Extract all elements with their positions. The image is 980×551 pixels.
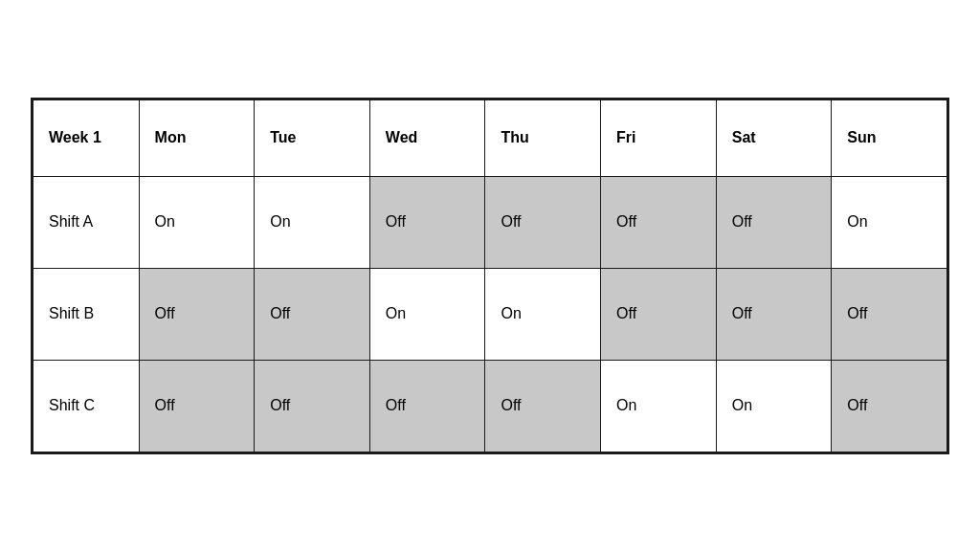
cell-row1-col6: Off: [832, 268, 947, 360]
day-mon-label: Mon: [155, 129, 187, 145]
shift-label-1: Shift B: [33, 268, 140, 360]
cell-row1-col3: On: [485, 268, 601, 360]
cell-row2-col5: On: [716, 360, 832, 452]
schedule-table: Week 1 Mon Tue Wed Thu Fri Sat: [31, 98, 949, 454]
cell-row0-col4: Off: [601, 176, 717, 268]
cell-row1-col5: Off: [716, 268, 832, 360]
cell-row1-col4: Off: [601, 268, 717, 360]
shift-label-2: Shift C: [33, 360, 140, 452]
cell-row1-col0: Off: [139, 268, 255, 360]
cell-row2-col3: Off: [485, 360, 601, 452]
cell-row0-col1: On: [255, 176, 370, 268]
cell-row0-col3: Off: [485, 176, 601, 268]
cell-row0-col6: On: [832, 176, 947, 268]
cell-row0-col5: Off: [716, 176, 832, 268]
header-week: Week 1: [33, 99, 140, 176]
table-row: Shift COffOffOffOffOnOnOff: [33, 360, 947, 452]
cell-row2-col2: Off: [369, 360, 485, 452]
cell-row2-col4: On: [601, 360, 717, 452]
header-mon: Mon: [139, 99, 255, 176]
day-thu-label: Thu: [501, 129, 528, 145]
week-label: Week 1: [49, 129, 101, 145]
cell-row1-col1: Off: [255, 268, 370, 360]
day-sun-label: Sun: [847, 129, 876, 145]
header-wed: Wed: [369, 99, 485, 176]
cell-row2-col1: Off: [255, 360, 370, 452]
cell-row2-col0: Off: [139, 360, 255, 452]
cell-row2-col6: Off: [832, 360, 947, 452]
day-sat-label: Sat: [732, 129, 756, 145]
header-sun: Sun: [832, 99, 947, 176]
header-sat: Sat: [716, 99, 832, 176]
cell-row0-col2: Off: [369, 176, 485, 268]
header-fri: Fri: [601, 99, 717, 176]
shift-label-0: Shift A: [33, 176, 140, 268]
header-tue: Tue: [255, 99, 370, 176]
day-tue-label: Tue: [270, 129, 296, 145]
day-fri-label: Fri: [616, 129, 635, 145]
table-row: Shift AOnOnOffOffOffOffOn: [33, 176, 947, 268]
cell-row1-col2: On: [369, 268, 485, 360]
table-row: Shift BOffOffOnOnOffOffOff: [33, 268, 947, 360]
header-thu: Thu: [485, 99, 601, 176]
cell-row0-col0: On: [139, 176, 255, 268]
day-wed-label: Wed: [386, 129, 417, 145]
